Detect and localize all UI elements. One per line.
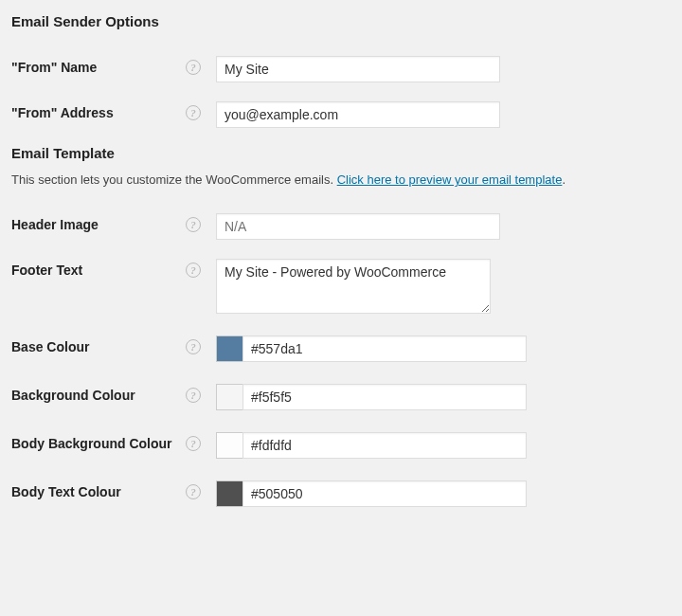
body-bg-colour-field	[216, 432, 527, 459]
footer-text-label: Footer Text ?	[11, 249, 216, 326]
from-name-input[interactable]	[216, 56, 500, 82]
from-address-input[interactable]	[216, 101, 500, 128]
base-colour-swatch[interactable]	[216, 335, 242, 362]
from-address-label-text: "From" Address	[11, 105, 114, 120]
template-desc-prefix: This section lets you customize the WooC…	[11, 172, 337, 187]
bg-colour-swatch[interactable]	[216, 384, 242, 410]
help-icon[interactable]: ?	[186, 60, 201, 75]
footer-text-label-text: Footer Text	[11, 263, 82, 278]
template-desc-suffix: .	[562, 172, 565, 187]
template-description: This section lets you customize the WooC…	[11, 172, 671, 187]
help-icon[interactable]: ?	[186, 339, 201, 354]
help-icon[interactable]: ?	[186, 436, 201, 451]
body-text-colour-label: Body Text Colour ?	[11, 471, 216, 519]
bg-colour-field	[216, 384, 527, 410]
base-colour-input[interactable]	[242, 335, 527, 362]
body-text-colour-input[interactable]	[242, 480, 527, 507]
body-text-colour-field	[216, 480, 527, 507]
preview-template-link[interactable]: Click here to preview your email templat…	[337, 172, 563, 187]
footer-text-input[interactable]	[216, 259, 491, 314]
sender-options-table: "From" Name ? "From" Address ?	[11, 46, 671, 137]
help-icon[interactable]: ?	[186, 105, 201, 120]
body-bg-colour-label-text: Body Background Colour	[11, 436, 172, 451]
base-colour-field	[216, 335, 527, 362]
base-colour-label: Base Colour ?	[11, 326, 216, 374]
header-image-label: Header Image ?	[11, 204, 216, 249]
bg-colour-label: Background Colour ?	[11, 374, 216, 423]
bg-colour-input[interactable]	[242, 384, 527, 410]
from-name-label: "From" Name ?	[11, 46, 216, 92]
email-template-heading: Email Template	[11, 145, 671, 161]
from-address-label: "From" Address ?	[11, 92, 216, 137]
bg-colour-label-text: Background Colour	[11, 388, 135, 403]
help-icon[interactable]: ?	[186, 263, 201, 278]
base-colour-label-text: Base Colour	[11, 339, 89, 354]
help-icon[interactable]: ?	[186, 388, 201, 403]
from-name-label-text: "From" Name	[11, 60, 97, 75]
body-bg-colour-label: Body Background Colour ?	[11, 423, 216, 471]
header-image-input[interactable]	[216, 213, 500, 240]
body-text-colour-swatch[interactable]	[216, 480, 242, 507]
body-bg-colour-swatch[interactable]	[216, 432, 242, 459]
settings-panel: Email Sender Options "From" Name ? "From…	[0, 0, 682, 531]
header-image-label-text: Header Image	[11, 217, 99, 232]
body-bg-colour-input[interactable]	[242, 432, 527, 459]
help-icon[interactable]: ?	[186, 217, 201, 232]
body-text-colour-label-text: Body Text Colour	[11, 484, 121, 499]
template-options-table: Header Image ? Footer Text ? Base Colour…	[11, 204, 671, 519]
help-icon[interactable]: ?	[186, 484, 201, 499]
sender-options-heading: Email Sender Options	[11, 13, 671, 29]
